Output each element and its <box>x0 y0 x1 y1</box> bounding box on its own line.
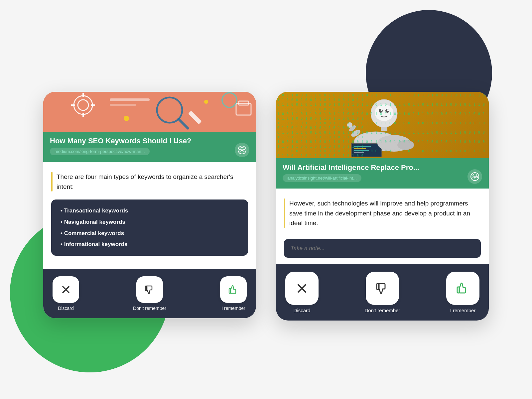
right-dont-remember-icon-circle <box>366 272 399 305</box>
svg-rect-10 <box>110 98 150 101</box>
svg-point-13 <box>204 100 208 104</box>
right-card-url[interactable]: analyticsinsight.net/will-artificial-int… <box>283 174 361 182</box>
svg-point-48 <box>473 174 477 177</box>
robot-bg: 1 0 1 1 0 0 1 1 1 0 0 1 0 1 1 1 0 0 1 0 … <box>276 92 489 158</box>
right-discard-button[interactable]: Discard <box>285 272 319 313</box>
right-card-footer: Discard Don't remember I <box>276 264 489 321</box>
right-remember-icon-circle <box>446 272 479 305</box>
right-remember-label: I remember <box>450 308 476 313</box>
left-remember-icon-circle <box>220 276 247 303</box>
right-remember-button[interactable]: I remember <box>446 272 479 313</box>
x-icon-right <box>294 280 310 296</box>
left-discard-label: Discard <box>58 306 73 311</box>
binary-overlay: 1 0 1 1 0 0 1 1 1 0 0 1 0 1 1 1 0 0 1 0 … <box>276 92 489 158</box>
left-quote-block: There are four main types of keywords to… <box>51 172 248 192</box>
left-remember-button[interactable]: I remember <box>220 276 247 311</box>
svg-rect-11 <box>110 104 136 106</box>
keyword-item-1: • Transactional keywords <box>61 207 239 215</box>
thumbs-up-icon-right <box>455 280 471 296</box>
left-dont-remember-label: Don't remember <box>133 306 166 311</box>
keyword-item-3: • Commercial keywords <box>61 229 239 237</box>
phone-right: 1 0 1 1 0 0 1 1 1 0 0 1 0 1 1 1 0 0 1 0 … <box>276 92 489 321</box>
left-discard-button[interactable]: Discard <box>53 276 79 311</box>
phone-left: How Many SEO Keywords Should I Use? medi… <box>43 92 256 319</box>
right-card-title: Will Artificial Intelligence Replace Pro… <box>276 158 489 175</box>
svg-rect-55 <box>457 287 460 293</box>
left-discard-icon-circle <box>53 276 79 303</box>
left-header-image <box>43 92 256 132</box>
svg-rect-25 <box>229 289 231 293</box>
keyword-item-2: • Navigational keywords <box>61 218 239 226</box>
right-discard-icon-circle <box>285 272 319 305</box>
left-remember-label: I remember <box>221 306 245 311</box>
right-discard-label: Discard <box>294 308 311 313</box>
x-icon-left <box>60 283 72 296</box>
right-ai-badge <box>467 169 482 184</box>
left-ai-badge <box>235 143 249 157</box>
thumbs-down-icon-right <box>374 280 390 296</box>
right-quote-text: However, such technologies will improve … <box>289 199 481 228</box>
right-card-header: 1 0 1 1 0 0 1 1 1 0 0 1 0 1 1 1 0 0 1 0 … <box>276 92 489 189</box>
left-card-footer: Discard Don't remember I <box>43 269 256 318</box>
keyword-item-4: • Informational keywords <box>61 240 239 248</box>
brain-icon-right <box>470 172 479 181</box>
left-dont-remember-button[interactable]: Don't remember <box>133 276 166 311</box>
right-dont-remember-button[interactable]: Don't remember <box>364 272 400 313</box>
left-card-title: How Many SEO Keywords Should I Use? <box>43 132 256 148</box>
left-card-header: How Many SEO Keywords Should I Use? medi… <box>43 92 256 162</box>
right-quote-bar <box>284 199 285 228</box>
thumbs-down-icon-left <box>143 283 156 296</box>
left-card-body: There are four main types of keywords to… <box>43 162 256 269</box>
phones-container: How Many SEO Keywords Should I Use? medi… <box>43 78 489 321</box>
left-quote-bar <box>51 172 53 192</box>
thumbs-up-icon-left <box>227 283 240 296</box>
left-card-url[interactable]: medium.com/long-term-perspective/how-man… <box>50 148 150 155</box>
seo-illustration <box>43 92 256 132</box>
svg-rect-24 <box>145 286 147 291</box>
svg-rect-54 <box>377 284 379 290</box>
svg-rect-0 <box>43 92 256 132</box>
svg-point-12 <box>124 116 129 121</box>
left-quote-text: There are four main types of keywords to… <box>57 172 248 192</box>
svg-point-18 <box>240 147 244 151</box>
right-dont-remember-label: Don't remember <box>364 308 400 313</box>
right-quote-block: However, such technologies will improve … <box>284 199 481 228</box>
brain-icon-left <box>237 145 247 155</box>
note-input[interactable] <box>284 239 481 258</box>
keywords-box: • Transactional keywords • Navigational … <box>51 200 248 256</box>
right-header-image: 1 0 1 1 0 0 1 1 1 0 0 1 0 1 1 1 0 0 1 0 … <box>276 92 489 158</box>
right-card-body: However, such technologies will improve … <box>276 189 489 264</box>
left-dont-remember-icon-circle <box>136 276 163 303</box>
